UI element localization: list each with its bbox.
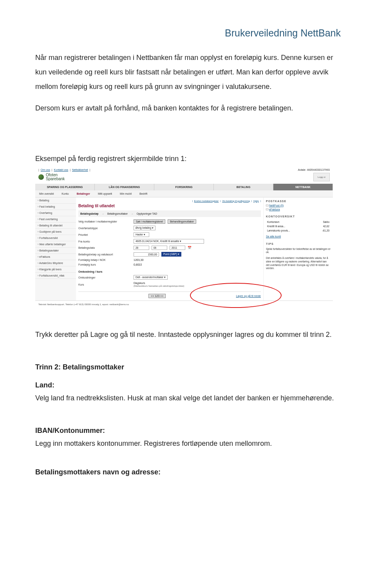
main-content: | Endret mottakerregister | Vis betaling… [76,197,263,300]
section-trinn2: Trinn 2: Betalingsmottaker [35,363,341,371]
subnav-oversikt[interactable]: Min oversikt [35,190,58,197]
sidebar-item-efaktura[interactable]: eFaktura [35,254,76,260]
search-mottaker-button[interactable]: Søk i mottakerregisteret [134,219,165,224]
overforselstype-select[interactable]: Øvrig betaling ▾ [134,226,155,230]
sidebar-item-fast-betaling[interactable]: Fast betaling [35,204,76,210]
dato-day-input[interactable]: 28 [134,246,149,250]
saldo-col: Saldo [314,220,330,224]
doc-header: Brukerveiledning NettBank [35,27,341,39]
subnav-bedrift[interactable]: Bedrift [136,190,151,197]
tips-header: TIPS [266,242,331,245]
postkasse-header: POSTKASSE [266,200,331,203]
screenshot: | Om oss | Kontakt oss | Nettsikkerhet |… [35,168,333,308]
right-column: POSTKASSE ☐ NettPost (0) ☐ eFaktura KONT… [263,197,333,300]
kontonavn-col: Kontonavn [267,220,313,224]
mottaker-label: Betalingsmottakers navn og adresse: [35,468,341,476]
logoff-button[interactable]: Logg ut [313,173,330,181]
kurs-label: Kurs [78,283,131,286]
overforselstype-label: Overførselstype [78,227,131,230]
step-3: Opplysninger TAD [137,212,157,215]
belop-input[interactable]: 1500,00 [134,252,159,257]
sidebar-item-betaling[interactable]: Betaling [35,197,76,204]
dato-year-input[interactable]: 2011 [170,246,185,250]
sidebar-item-godkjenn[interactable]: Godkjenn på tvers [35,229,76,235]
prioritet-select[interactable]: Haster ▾ [134,232,149,237]
bank-logo: Ofoten Sparebank [38,173,65,181]
nav-nettbank[interactable]: NETTBANK [273,184,333,190]
konto-row1-name: Kreditt til ansa... [267,224,313,228]
sidebar-item-avtaler[interactable]: Betalingsavtaler [35,248,76,254]
link-hjelp[interactable]: Hjelp [253,200,259,202]
prioritet-label: Prioritet [78,233,131,236]
caption-1: Eksempel på ferdig registrert skjermbild… [35,155,341,163]
land-text: Velg land fra nedtrekkslisten. Husk at m… [35,391,341,405]
efaktura-link[interactable]: eFaktura [269,208,280,211]
after-shot-text: Trykk deretter på Lagre og gå til neste.… [35,327,341,342]
sidebar-item-fast-overforing[interactable]: Fast overføring [35,216,76,223]
belop-label: Betalingsbeløp og valutasort [78,253,131,256]
iban-label: IBAN/Kontonummer: [35,427,341,435]
kontooversikt-header: KONTOOVERSIKT [266,215,331,218]
subnav-oppsett[interactable]: Mitt oppsett [94,190,116,197]
subnav-mobil[interactable]: Min mobil [116,190,136,197]
forelopig-nok-label: Foreløpig beløp i NOK [78,259,131,261]
sub-nav: Min oversikt Konto Betalinger Mitt oppse… [35,190,333,197]
top-links: | Om oss | Kontakt oss | Nettsikkerhet | [38,168,90,171]
tips-text-1: Sjekk forfallsoversikten for bekreftelse… [266,248,331,255]
se-alle-konti-link[interactable]: Se alle konti [266,235,281,238]
nav-forsikring[interactable]: FORSIKRING [154,184,214,190]
link-sikkerhet[interactable]: Nettsikkerhet [72,168,88,171]
link-endret-mottaker[interactable]: Endret mottakerregister [194,200,219,202]
subnav-konto[interactable]: Konto [58,190,72,197]
fra-konto-select[interactable]: 4605.01.04214 NOK, Kreditt til ansatte ▾ [134,239,204,244]
betalingsdato-label: Betalingsdato [78,246,131,249]
behandle-mottaker-button[interactable]: Behandlingsmottaker [168,219,196,224]
fra-konto-label: Fra konto [78,240,131,243]
page-title: Betaling til utlandet [78,204,261,208]
step-1: Betalingsbeløp [80,212,99,215]
sidebar-item-forfall[interactable]: Forfallsoversikt [35,235,76,241]
lagre-neste-link[interactable]: Lagre og gå til neste [236,295,261,297]
omkostning-header: Omkostning / kurs [78,270,261,273]
forelopig-kurs-label: Foreløpig kurs [78,263,131,266]
nettpost-link[interactable]: NettPost (0) [269,204,284,207]
kurs-value: Dagskurs [134,282,145,284]
main-nav: SPARING OG PLASSERING LÅN OG FINANSIERIN… [35,184,333,190]
sidebar-item-ikke-utfort[interactable]: Ikke utførte betalinger [35,241,76,248]
konto-row1-val: 42,62 [314,224,330,228]
iban-text: Legg inn mottakers kontonummer. Registre… [35,436,341,450]
sidebar-item-klargjorte[interactable]: Klargjorte på tvers [35,266,76,273]
nav-sparing[interactable]: SPARING OG PLASSERING [35,184,95,190]
tips-text-2: Det anbefales å overføre i mottakerlande… [266,257,331,270]
nav-laan[interactable]: LÅN OG FINANSIERING [95,184,154,190]
prev-next-nav[interactable]: << 123 >> [148,294,166,298]
velg-mottaker-label: Velg mottaker i mottakerregister [78,220,131,223]
paragraph-1: Når man registrerer betalingen i Nettban… [35,51,341,94]
sidebar-item-forfall-nfak[interactable]: Forfallsoversikt_nfak [35,273,76,279]
dato-month-input[interactable]: 06 [152,246,167,250]
leaf-icon [38,174,44,180]
step-2: Betalingsmottaker [107,212,128,215]
subnav-betalinger[interactable]: Betalinger [73,190,94,197]
valuta-select[interactable]: Pund (GBP) ▾ [161,252,181,257]
nav-betaling[interactable]: BETALING [214,184,273,190]
forelopig-kurs-value: 0,8022 [134,263,142,266]
bank-name-2: Sparebank [46,177,65,181]
link-kontakt[interactable]: Kontakt oss [54,168,69,171]
sidebar-item-overforing[interactable]: Overføring [35,210,76,216]
link-om-oss[interactable]: Om oss [41,168,50,171]
arrow-icon: → [131,212,134,215]
paragraph-2: Dersom kurs er avtalt på forhånd, må ban… [35,101,341,116]
omkostninger-label: Omkostninger [78,276,131,279]
sidebar-item-avtalegiro[interactable]: AvtaleGiro tilbydere [35,260,76,266]
omkostninger-select[interactable]: Delt - avsender/mottaker ▾ [134,275,168,280]
footer-line: Teknisk Nettbanksupport. Telefon (+47 91… [35,300,333,308]
konto-row2-val: -61,20 [314,229,330,232]
avtale-number: Avtale: 460544030137993 [298,168,330,171]
calendar-icon[interactable]: 📅 [188,246,192,250]
sidebar-item-utland[interactable]: Betaling til utlandet [35,223,76,229]
kurs-note: (Markedskurs fastsettes på vekslingstids… [134,285,184,287]
link-vis-betaling[interactable]: Vis betaling til godkjenning [222,200,250,202]
arrow-icon: → [102,212,105,215]
forelopig-nok-value: 1203,30 [134,259,143,261]
